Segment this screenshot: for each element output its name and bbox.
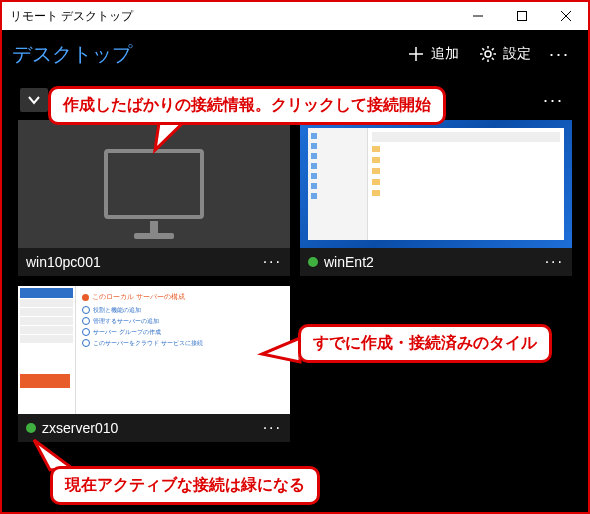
settings-label: 設定 (503, 45, 531, 63)
section-more-button[interactable]: ··· (543, 90, 564, 111)
gear-icon (479, 45, 497, 63)
tile-thumbnail (300, 120, 572, 248)
tile-more-button[interactable]: ··· (263, 253, 282, 271)
svg-line-11 (482, 48, 484, 50)
maximize-button[interactable] (500, 2, 544, 30)
tile-label-bar: winEnt2 ··· (300, 248, 572, 276)
monitor-icon (104, 149, 204, 219)
svg-point-6 (485, 51, 491, 57)
add-label: 追加 (431, 45, 459, 63)
tile-thumbnail: このローカル サーバーの構成 役割と機能の追加 管理するサーバーの追加 サーバー… (18, 286, 290, 414)
add-button[interactable]: 追加 (397, 39, 469, 69)
tile-name: zxserver010 (42, 420, 257, 436)
header-more-button[interactable]: ··· (541, 38, 578, 71)
page-title: デスクトップ (12, 41, 132, 68)
titlebar: リモート デスクトップ (2, 2, 588, 30)
active-indicator-icon (26, 423, 36, 433)
connection-tile[interactable]: このローカル サーバーの構成 役割と機能の追加 管理するサーバーの追加 サーバー… (18, 286, 290, 442)
collapse-toggle[interactable] (20, 88, 48, 112)
tile-name: winEnt2 (324, 254, 539, 270)
active-indicator-icon (308, 257, 318, 267)
svg-line-12 (492, 58, 494, 60)
callout-new-connection: 作成したばかりの接続情報。クリックして接続開始 (48, 86, 446, 125)
close-button[interactable] (544, 2, 588, 30)
tile-label-bar: win10pc001 ··· (18, 248, 290, 276)
svg-line-13 (482, 58, 484, 60)
svg-line-14 (492, 48, 494, 50)
settings-button[interactable]: 設定 (469, 39, 541, 69)
window-title: リモート デスクトップ (10, 8, 133, 25)
app-header: デスクトップ 追加 設定 ··· (2, 30, 588, 78)
tile-more-button[interactable]: ··· (263, 419, 282, 437)
svg-rect-1 (518, 12, 527, 21)
minimize-button[interactable] (456, 2, 500, 30)
callout-existing-tile: すでに作成・接続済みのタイル (298, 324, 552, 363)
tile-name: win10pc001 (26, 254, 257, 270)
tile-grid: win10pc001 ··· winEnt2 ··· (2, 118, 588, 442)
plus-icon (407, 45, 425, 63)
callout-active-green: 現在アクティブな接続は緑になる (50, 466, 320, 505)
tile-more-button[interactable]: ··· (545, 253, 564, 271)
chevron-down-icon (27, 93, 41, 107)
svg-marker-17 (262, 338, 300, 362)
connection-tile[interactable]: winEnt2 ··· (300, 120, 572, 276)
